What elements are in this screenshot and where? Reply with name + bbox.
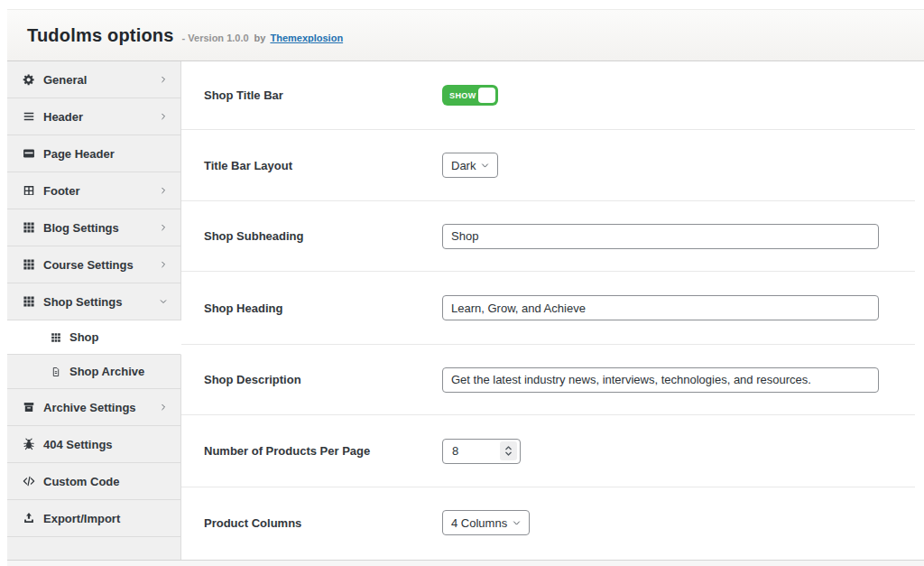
- setting-control: Dark: [442, 153, 498, 178]
- sidebar-item-404-settings[interactable]: 404 Settings: [7, 426, 181, 463]
- byline-text: by: [254, 32, 266, 43]
- sidebar-item-custom-code[interactable]: Custom Code: [7, 463, 181, 500]
- table-icon: [23, 184, 35, 197]
- sidebar-item-shop-settings[interactable]: Shop Settings: [7, 283, 181, 320]
- archive-icon: [23, 401, 35, 413]
- settings-row-shop-title-bar: Shop Title BarSHOW: [181, 61, 915, 130]
- setting-label: Number of Products Per Page: [181, 444, 442, 458]
- setting-control: SHOW: [442, 85, 498, 106]
- products-per-page-input[interactable]: [443, 443, 492, 459]
- sidebar-item-blog-settings[interactable]: Blog Settings: [7, 209, 181, 246]
- options-panel: Tudolms options - Version 1.0.0 by Theme…: [7, 9, 924, 566]
- menu-icon: [23, 110, 35, 123]
- grid-icon: [23, 258, 35, 271]
- settings-row-shop-heading: Shop Heading: [181, 272, 915, 345]
- sidebar-item-label: Page Header: [43, 147, 115, 161]
- title-bar-layout-select[interactable]: Dark: [442, 153, 498, 178]
- sidebar-item-label: 404 Settings: [43, 438, 113, 451]
- chevron-right-icon: [159, 186, 168, 195]
- setting-label: Shop Description: [181, 373, 442, 386]
- chevron-down-icon: [159, 297, 168, 306]
- grid-icon: [23, 221, 35, 234]
- sidebar-item-header[interactable]: Header: [7, 98, 181, 135]
- settings-row-product-columns: Product Columns4 Columns: [181, 487, 915, 558]
- author-link[interactable]: Themexplosion: [270, 32, 343, 43]
- sidebar-item-shop[interactable]: Shop: [7, 320, 181, 355]
- sidebar-item-general[interactable]: General: [7, 61, 181, 98]
- setting-label: Product Columns: [181, 516, 442, 530]
- grid-icon: [23, 295, 35, 308]
- options-header: Tudolms options - Version 1.0.0 by Theme…: [7, 9, 924, 61]
- sidebar-item-archive-settings[interactable]: Archive Settings: [7, 389, 181, 426]
- sidebar-filler: [7, 537, 181, 560]
- sidebar-item-label: Header: [43, 110, 83, 124]
- toggle-state-label: SHOW: [449, 91, 476, 100]
- sidebar-item-label: Export/Import: [43, 512, 120, 525]
- window-icon: [23, 147, 35, 160]
- settings-content: Shop Title BarSHOWTitle Bar LayoutDarkSh…: [181, 61, 924, 560]
- shop-title-bar-toggle[interactable]: SHOW: [442, 85, 498, 106]
- chevron-right-icon: [159, 112, 168, 121]
- page-title: Tudolms options: [27, 25, 174, 46]
- sidebar-item-label: Shop: [69, 330, 99, 344]
- sidebar-item-label: Course Settings: [43, 258, 134, 272]
- bug-icon: [23, 438, 35, 450]
- product-columns-select[interactable]: 4 Columns: [442, 510, 530, 535]
- setting-control: [442, 439, 521, 464]
- settings-row-title-bar-layout: Title Bar LayoutDark: [181, 130, 915, 201]
- sidebar-item-label: Archive Settings: [43, 401, 136, 414]
- setting-label: Shop Title Bar: [181, 88, 442, 102]
- settings-sidebar: GeneralHeaderPage HeaderFooterBlog Setti…: [7, 61, 181, 560]
- sidebar-item-course-settings[interactable]: Course Settings: [7, 246, 181, 283]
- options-body: GeneralHeaderPage HeaderFooterBlog Setti…: [7, 61, 924, 560]
- sidebar-item-label: Custom Code: [43, 475, 120, 488]
- shop-description-input[interactable]: [442, 367, 879, 393]
- select-value: 4 Columns: [451, 516, 507, 530]
- upload-icon: [23, 512, 35, 524]
- products-per-page-field: [442, 439, 521, 464]
- sidebar-item-export-import[interactable]: Export/Import: [7, 500, 181, 537]
- footer-bar: [7, 560, 924, 566]
- setting-label: Shop Heading: [181, 302, 442, 315]
- shop-heading-input[interactable]: [442, 295, 879, 320]
- sidebar-item-label: Shop Archive: [69, 365, 144, 378]
- code-icon: [23, 475, 35, 487]
- sidebar-item-footer[interactable]: Footer: [7, 172, 181, 209]
- setting-label: Shop Subheading: [181, 229, 442, 243]
- setting-control: 4 Columns: [442, 510, 530, 535]
- settings-row-shop-subheading: Shop Subheading: [181, 201, 915, 272]
- chevron-right-icon: [159, 75, 168, 84]
- chevron-down-icon: [513, 519, 521, 527]
- setting-control: [442, 224, 879, 249]
- toggle-knob[interactable]: [478, 88, 495, 103]
- chevron-down-icon: [481, 162, 489, 170]
- setting-control: [442, 295, 879, 320]
- document-icon: [51, 367, 61, 377]
- shop-subheading-input[interactable]: [442, 224, 879, 249]
- number-stepper[interactable]: [500, 441, 517, 460]
- gear-icon: [23, 73, 35, 86]
- chevron-right-icon: [159, 403, 168, 412]
- grid-icon: [51, 332, 61, 343]
- setting-label: Title Bar Layout: [181, 159, 442, 172]
- sidebar-item-label: Footer: [43, 184, 79, 198]
- select-value: Dark: [451, 159, 476, 172]
- sidebar-item-shop-archive[interactable]: Shop Archive: [7, 355, 181, 389]
- sidebar-item-page-header[interactable]: Page Header: [7, 135, 181, 172]
- sidebar-item-label: Shop Settings: [43, 295, 122, 309]
- settings-row-shop-description: Shop Description: [181, 345, 915, 415]
- version-text: - Version 1.0.0: [182, 32, 249, 43]
- sidebar-item-label: Blog Settings: [43, 221, 119, 235]
- setting-control: [442, 367, 879, 393]
- chevron-right-icon: [159, 223, 168, 232]
- sidebar-item-label: General: [43, 73, 87, 87]
- chevron-right-icon: [159, 260, 168, 269]
- settings-row-products-per-page: Number of Products Per Page: [181, 415, 915, 487]
